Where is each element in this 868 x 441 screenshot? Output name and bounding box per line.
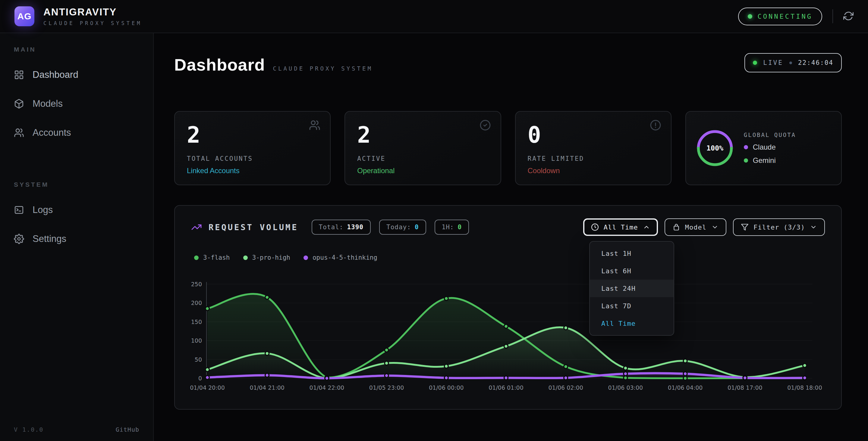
sidebar-section-system: SYSTEM (0, 181, 153, 188)
svg-text:01/04 21:00: 01/04 21:00 (250, 384, 284, 391)
chart-legend: 3-flash 3-pro-high opus-4-5-thinking (191, 254, 825, 261)
svg-text:01/04 20:00: 01/04 20:00 (190, 384, 225, 391)
time-range-dropdown: Last 1H Last 6H Last 24H Last 7D All Tim… (589, 241, 674, 336)
chevron-up-icon (643, 224, 650, 231)
filter-button[interactable]: Filter (3/3) (733, 218, 825, 236)
svg-text:50: 50 (195, 356, 202, 363)
card-total-accounts: 2 TOTAL ACCOUNTS Linked Accounts (174, 111, 331, 185)
card-active: 2 ACTIVE Operational (344, 111, 501, 185)
quota-center-value: 100% (707, 144, 723, 152)
github-link[interactable]: GitHub (116, 426, 139, 433)
stat-value: 2 (187, 124, 318, 146)
circle-alert-icon (650, 119, 661, 132)
today-pill: Today: 0 (379, 219, 426, 235)
hour-pill: 1H: 0 (435, 219, 469, 235)
circle-check-icon (479, 119, 491, 132)
legend-item-3-pro-high[interactable]: 3-pro-high (243, 254, 290, 261)
sidebar-item-models[interactable]: Models (0, 89, 153, 118)
header-divider (832, 9, 833, 23)
terminal-icon (14, 205, 24, 215)
sidebar-item-accounts[interactable]: Accounts (0, 118, 153, 147)
svg-text:01/08 17:00: 01/08 17:00 (727, 384, 763, 391)
stat-label: RATE LIMITED (528, 155, 659, 162)
quota-legend-gemini: Gemini (744, 156, 796, 165)
dropdown-option-all-time[interactable]: All Time (590, 315, 674, 332)
stat-value: 2 (357, 124, 488, 146)
dropdown-option-last-7d[interactable]: Last 7D (590, 297, 674, 315)
svg-text:01/06 01:00: 01/06 01:00 (489, 384, 524, 391)
stat-sublabel: Linked Accounts (187, 167, 318, 175)
legend-item-3-flash[interactable]: 3-flash (194, 254, 230, 261)
trending-up-icon (191, 222, 202, 233)
svg-text:150: 150 (191, 319, 202, 325)
gear-icon (14, 234, 24, 244)
quota-legend-claude: Claude (744, 143, 796, 151)
page-subtitle: CLAUDE PROXY SYSTEM (273, 65, 373, 72)
page-title: Dashboard (174, 55, 265, 75)
request-volume-panel: REQUEST VOLUME Total: 1390 Today: 0 1H: … (174, 205, 842, 410)
svg-text:100: 100 (191, 337, 202, 344)
app-version: V 1.0.0 (14, 426, 43, 433)
svg-text:01/05 23:00: 01/05 23:00 (369, 384, 404, 391)
sidebar-item-dashboard[interactable]: Dashboard (0, 60, 153, 89)
funnel-icon (741, 223, 749, 231)
claude-dot-icon (744, 145, 748, 149)
svg-text:01/06 02:00: 01/06 02:00 (548, 384, 583, 391)
separator-dot-icon (789, 62, 792, 64)
card-rate-limited: 0 RATE LIMITED Cooldown (515, 111, 672, 185)
stat-cards-row: 2 TOTAL ACCOUNTS Linked Accounts 2 ACTIV… (174, 111, 842, 185)
chart-title: REQUEST VOLUME (209, 223, 299, 232)
hour-value: 0 (458, 224, 462, 231)
sidebar-item-label: Models (33, 98, 63, 109)
svg-text:01/06 04:00: 01/06 04:00 (668, 384, 703, 391)
svg-text:01/06 00:00: 01/06 00:00 (429, 384, 464, 391)
quota-ring: 100% (695, 128, 735, 168)
sidebar-item-label: Accounts (33, 127, 71, 138)
grid-icon (14, 70, 24, 80)
stat-label: ACTIVE (357, 155, 488, 162)
gemini-dot-icon (744, 158, 748, 163)
app-logo: AG (14, 6, 34, 26)
sidebar-item-logs[interactable]: Logs (0, 196, 153, 225)
app-header: AG ANTIGRAVITY CLAUDE PROXY SYSTEM CONNE… (0, 0, 868, 33)
stat-value: 0 (528, 124, 659, 146)
users-icon (309, 119, 320, 132)
app-subtitle: CLAUDE PROXY SYSTEM (43, 20, 142, 26)
sidebar-item-label: Settings (33, 233, 66, 244)
request-volume-chart: 05010015020025001/04 20:0001/04 21:0001/… (184, 280, 835, 403)
svg-text:01/08 18:00: 01/08 18:00 (787, 384, 822, 391)
refresh-icon (843, 11, 854, 22)
live-dot-icon (753, 61, 757, 65)
svg-text:01/06 03:00: 01/06 03:00 (608, 384, 643, 391)
today-value: 0 (415, 224, 419, 231)
sidebar-item-settings[interactable]: Settings (0, 225, 153, 254)
stat-sublabel: Cooldown (528, 167, 659, 175)
svg-text:0: 0 (198, 375, 202, 382)
svg-text:01/04 22:00: 01/04 22:00 (310, 384, 344, 391)
total-pill: Total: 1390 (312, 219, 371, 235)
series-dot-icon (243, 256, 248, 260)
dropdown-option-last-6h[interactable]: Last 6H (590, 262, 674, 280)
connection-status-badge: CONNECTING (738, 7, 822, 25)
card-global-quota: 100% GLOBAL QUOTA Claude Gemini (685, 111, 842, 185)
refresh-button[interactable] (843, 11, 854, 22)
sidebar-item-label: Logs (33, 205, 53, 215)
stat-label: TOTAL ACCOUNTS (187, 155, 318, 162)
main-content: Dashboard CLAUDE PROXY SYSTEM LIVE 22:46… (154, 33, 868, 441)
dropdown-option-last-24h[interactable]: Last 24H (590, 280, 674, 297)
live-clock: 22:46:04 (798, 59, 833, 66)
users-icon (14, 127, 24, 138)
quota-legend-label: Gemini (753, 156, 776, 165)
sidebar-section-main: MAIN (0, 46, 153, 53)
legend-item-opus[interactable]: opus-4-5-thinking (304, 254, 377, 261)
clock-icon (591, 223, 599, 231)
dropdown-option-last-1h[interactable]: Last 1H (590, 245, 674, 262)
svg-text:250: 250 (191, 281, 202, 288)
model-filter-button[interactable]: Model (664, 218, 726, 236)
package-icon (673, 223, 680, 231)
time-range-button[interactable]: All Time (583, 218, 658, 236)
sidebar-item-label: Dashboard (33, 69, 79, 80)
chevron-down-icon (711, 224, 718, 231)
cube-icon (14, 99, 24, 109)
quota-legend-label: Claude (753, 143, 776, 151)
